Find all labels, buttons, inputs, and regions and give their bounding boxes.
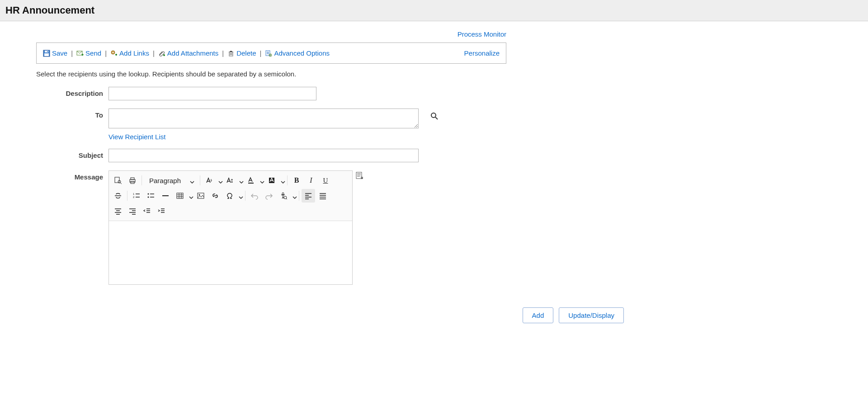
add-attachments-action[interactable]: Add Attachments [158, 49, 218, 57]
subject-input[interactable] [108, 149, 419, 162]
message-row: Message Paragraph [36, 170, 868, 285]
svg-point-20 [148, 193, 149, 195]
editor-toolbar-row-3 [111, 204, 350, 218]
add-links-label: Add Links [119, 49, 149, 57]
svg-point-10 [431, 113, 436, 118]
special-char-icon[interactable] [223, 189, 236, 203]
indent-icon[interactable] [155, 204, 168, 218]
svg-rect-3 [47, 51, 48, 52]
chevron-down-icon [190, 178, 194, 183]
svg-rect-11 [115, 177, 119, 183]
separator [299, 191, 299, 201]
bulleted-list-icon[interactable] [144, 189, 158, 203]
add-links-action[interactable]: Add Links [110, 49, 149, 57]
save-action[interactable]: Save [43, 49, 67, 57]
numbered-list-icon[interactable]: 12 [130, 189, 143, 203]
send-icon [76, 50, 84, 57]
personalize-link[interactable]: Personalize [464, 49, 500, 57]
redo-icon[interactable] [262, 189, 276, 203]
save-icon [43, 50, 50, 57]
outdent-icon[interactable] [140, 204, 154, 218]
svg-rect-2 [44, 53, 49, 56]
add-links-icon [110, 50, 118, 57]
page-header: HR Announcement [0, 0, 868, 21]
italic-icon[interactable]: I [304, 174, 318, 187]
message-label: Message [36, 170, 108, 181]
print-icon[interactable] [126, 174, 139, 187]
image-icon[interactable] [194, 189, 208, 203]
delete-action[interactable]: Delete [227, 49, 256, 57]
svg-text:2: 2 [133, 196, 135, 198]
paragraph-dropdown-label: Paragraph [149, 177, 181, 184]
chevron-down-icon[interactable] [239, 193, 243, 198]
process-monitor-link[interactable]: Process Monitor [458, 30, 506, 38]
add-attachments-icon [158, 50, 165, 57]
align-center-icon[interactable] [111, 204, 125, 218]
action-toolbar-actions: Save | Send | Add Links | Add [43, 49, 464, 57]
subject-label: Subject [36, 149, 108, 159]
advanced-options-action[interactable]: Advanced Options [265, 49, 330, 57]
instruction-text: Select the recipients using the lookup. … [36, 70, 868, 78]
font-size-icon[interactable] [223, 174, 237, 187]
chevron-down-icon[interactable] [281, 178, 285, 183]
horizontal-rule-icon[interactable] [159, 189, 172, 203]
add-button[interactable]: Add [523, 307, 554, 323]
view-recipient-list-link[interactable]: View Recipient List [108, 133, 439, 141]
separator [142, 175, 142, 185]
align-left-icon[interactable] [302, 189, 315, 203]
svg-text:1: 1 [133, 193, 135, 195]
to-row: To View Recipient List [36, 108, 868, 141]
message-input[interactable] [109, 221, 352, 284]
description-label: Description [36, 87, 108, 97]
align-justify-icon[interactable] [316, 189, 330, 203]
link-icon[interactable] [208, 189, 222, 203]
chevron-down-icon[interactable] [189, 193, 193, 198]
add-attachments-label: Add Attachments [167, 49, 218, 57]
bold-icon[interactable]: B [290, 174, 303, 187]
description-input[interactable] [108, 87, 316, 100]
svg-rect-22 [177, 193, 183, 198]
strikethrough-icon[interactable] [111, 189, 125, 203]
chevron-down-icon[interactable] [292, 193, 297, 198]
separator: | [153, 49, 155, 57]
to-input[interactable] [108, 108, 419, 128]
update-display-button[interactable]: Update/Display [559, 307, 624, 323]
underline-icon[interactable]: U [319, 174, 332, 187]
table-icon[interactable] [173, 189, 187, 203]
delete-label: Delete [236, 49, 256, 57]
subject-row: Subject [36, 149, 868, 162]
svg-rect-14 [131, 178, 134, 179]
editor-toolbar-row-1: Paragraph [111, 174, 350, 187]
send-action[interactable]: Send [76, 49, 101, 57]
popout-editor-icon[interactable] [355, 171, 363, 179]
separator: | [260, 49, 262, 57]
separator: | [105, 49, 107, 57]
svg-rect-16 [248, 183, 254, 184]
svg-point-25 [282, 193, 284, 194]
paragraph-dropdown[interactable]: Paragraph [144, 174, 198, 187]
advanced-options-icon [265, 50, 272, 57]
editor-toolbar-row-2: 12 [111, 189, 350, 203]
lookup-icon[interactable] [430, 112, 439, 120]
font-family-icon[interactable] [203, 174, 216, 187]
find-replace-icon[interactable] [111, 174, 125, 187]
svg-point-21 [148, 197, 149, 198]
separator [200, 175, 200, 185]
svg-point-6 [113, 52, 114, 53]
chevron-down-icon[interactable] [239, 178, 244, 183]
background-color-icon[interactable] [265, 174, 278, 187]
accessibility-check-icon[interactable] [277, 189, 290, 203]
rich-text-editor: Paragraph [108, 170, 353, 285]
top-link-row: Process Monitor [36, 30, 506, 38]
text-color-icon[interactable] [244, 174, 258, 187]
chevron-down-icon[interactable] [260, 178, 264, 183]
save-label: Save [52, 49, 67, 57]
to-label: To [36, 108, 108, 119]
chevron-down-icon[interactable] [218, 178, 223, 183]
undo-icon[interactable] [248, 189, 261, 203]
advanced-options-label: Advanced Options [274, 49, 330, 57]
send-label: Send [85, 49, 101, 57]
bottom-button-row: Add Update/Display [36, 307, 624, 323]
align-right-icon[interactable] [126, 204, 139, 218]
separator [127, 191, 127, 201]
